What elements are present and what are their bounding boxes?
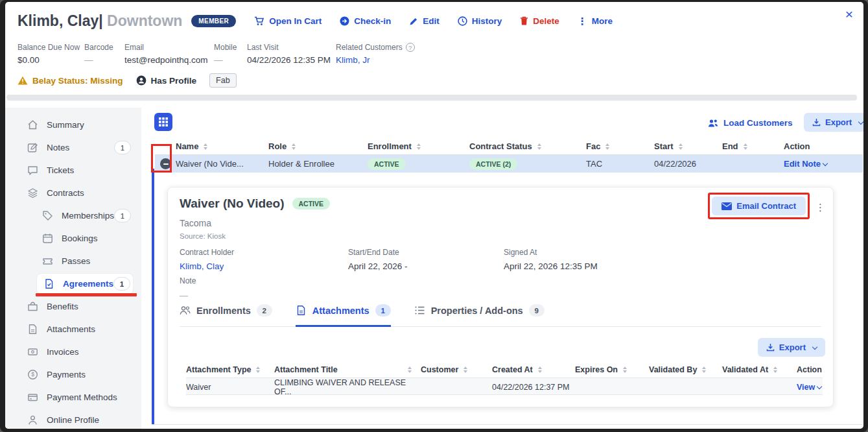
export-label: Export [779, 342, 806, 352]
column-header-fac[interactable]: Fac [586, 141, 654, 151]
load-customers-button[interactable]: Load Customers [708, 118, 793, 128]
sort-icon[interactable] [292, 143, 296, 150]
last-visit-field: Last Visit 04/22/2026 12:35 PM [247, 43, 331, 65]
column-header-created-at[interactable]: Created At [492, 365, 575, 374]
sort-icon[interactable] [702, 366, 706, 373]
column-header-validated-at[interactable]: Validated At [722, 365, 797, 374]
tab-label: Properties / Add-ons [431, 306, 523, 316]
contract-holder-link[interactable]: Klimb, Clay [180, 261, 234, 271]
column-header-start[interactable]: Start [654, 141, 722, 151]
sidebar-item-notes[interactable]: Notes 1 [5, 136, 141, 159]
column-header-expires-on[interactable]: Expires On [575, 365, 649, 374]
trash-icon [520, 16, 528, 26]
sidebar-item-benefits[interactable]: Benefits [5, 295, 141, 318]
sort-icon[interactable] [679, 143, 683, 150]
warning-triangle-icon [18, 76, 28, 85]
envelope-icon [721, 202, 732, 210]
contract-holder-field: Contract Holder Klimb, Clay [180, 248, 234, 271]
column-header-attachment-title[interactable]: Attachment Title [274, 365, 421, 374]
history-label: History [472, 16, 502, 26]
sidebar-item-bookings[interactable]: Bookings [5, 227, 141, 250]
attachments-export-button[interactable]: Export [758, 338, 825, 357]
sort-icon[interactable] [538, 366, 542, 373]
email-value: test@redpointhq.com [124, 55, 208, 65]
contract-row[interactable]: Waiver (No Vide... Holder & Enrollee ACT… [155, 155, 863, 173]
sidebar-item-summary[interactable]: Summary [5, 114, 141, 136]
box-icon [27, 301, 38, 312]
sidebar-item-contracts[interactable]: Contracts [5, 182, 141, 204]
note-field: Note — [180, 276, 196, 300]
tab-properties-addons[interactable]: Properties / Add-ons 9 [414, 304, 545, 327]
balance-due-field: Balance Due Now $0.00 [18, 43, 80, 65]
ticket-icon [42, 256, 53, 267]
sort-icon[interactable] [463, 366, 467, 373]
sort-icon[interactable] [204, 143, 207, 150]
email-contract-button[interactable]: Email Contract [712, 197, 806, 215]
contract-active-badge: ACTIVE [292, 198, 331, 210]
count-badge: 1 [114, 209, 131, 222]
column-header-customer[interactable]: Customer [421, 365, 492, 374]
sidebar-item-tickets[interactable]: Tickets [5, 159, 141, 182]
contract-source: Source: Kiosk [180, 232, 226, 240]
email-contract-annotation: Email Contract [708, 193, 810, 219]
delete-button[interactable]: Delete [520, 16, 559, 26]
card-kebab-icon[interactable]: ⋮ [815, 202, 825, 213]
sort-icon[interactable] [256, 366, 260, 373]
tab-attachments[interactable]: Attachments 1 [296, 304, 391, 327]
sidebar-item-invoices[interactable]: Invoices [5, 341, 141, 363]
sidebar-item-agreements[interactable]: Agreements 1 [36, 273, 134, 294]
sidebar-item-memberships[interactable]: Memberships 1 [5, 204, 141, 227]
sort-icon[interactable] [408, 366, 412, 373]
mobile-field: Mobile — [214, 43, 237, 65]
sort-icon[interactable] [605, 143, 609, 150]
export-button[interactable]: Export [804, 113, 863, 132]
sidebar-item-online-profile[interactable]: Online Profile [5, 409, 141, 429]
edit-button[interactable]: Edit [409, 16, 440, 26]
member-badge: MEMBER [191, 15, 236, 27]
sidebar-item-label: Memberships [62, 211, 114, 221]
check-in-button[interactable]: Check-in [340, 16, 391, 26]
sidebar-item-attachments[interactable]: Attachments [5, 318, 141, 341]
related-customer-link[interactable]: Klimb, Jr [336, 55, 415, 65]
table-settings-button[interactable] [154, 113, 172, 131]
sort-icon[interactable] [623, 366, 627, 373]
more-button[interactable]: ⋮ More [578, 16, 613, 26]
mobile-value: — [214, 55, 237, 65]
sidebar-item-passes[interactable]: Passes [5, 250, 141, 272]
credit-card-icon [27, 392, 38, 403]
horizontal-scrollbar[interactable] [6, 95, 857, 101]
attachment-row[interactable]: Waiver CLIMBING WAIVER AND RELEASE OF...… [186, 378, 823, 395]
sidebar-item-label: Benefits [47, 302, 78, 311]
sidebar-item-payment-methods[interactable]: Payment Methods [5, 386, 141, 409]
column-header-role[interactable]: Role [268, 141, 368, 151]
check-in-label: Check-in [354, 16, 391, 26]
note-pencil-icon [27, 142, 38, 153]
sort-icon[interactable] [537, 143, 541, 150]
email-contract-label: Email Contract [736, 201, 796, 211]
help-circle-icon[interactable]: ? [406, 43, 415, 52]
column-header-contract-status[interactable]: Contract Status [469, 141, 586, 151]
tab-count-badge: 9 [529, 304, 545, 317]
close-icon[interactable]: × [845, 7, 853, 21]
column-header-name[interactable]: Name [176, 141, 268, 151]
sort-icon[interactable] [773, 366, 777, 373]
sort-icon[interactable] [417, 143, 421, 150]
collapse-row-button[interactable] [160, 158, 171, 169]
history-button[interactable]: History [458, 16, 502, 26]
edit-note-action[interactable]: Edit Note [784, 159, 827, 169]
attachment-type-cell: Waiver [186, 383, 274, 392]
open-in-cart-button[interactable]: Open In Cart [254, 16, 322, 26]
grid-icon [159, 117, 168, 126]
people-icon [708, 119, 718, 128]
count-badge: 1 [113, 277, 130, 291]
column-header-attachment-type[interactable]: Attachment Type [186, 365, 274, 374]
column-header-enrollment[interactable]: Enrollment [368, 141, 469, 151]
person-circle-icon [136, 75, 147, 86]
attachment-created-cell: 04/22/2026 12:37 PM [492, 383, 575, 392]
sort-icon[interactable] [744, 143, 747, 150]
column-header-end[interactable]: End [722, 141, 784, 151]
column-header-validated-by[interactable]: Validated By [649, 365, 722, 374]
view-action[interactable]: View [797, 383, 821, 392]
tab-enrollments[interactable]: Enrollments 2 [180, 304, 272, 327]
sidebar-item-payments[interactable]: $ Payments [5, 363, 141, 386]
